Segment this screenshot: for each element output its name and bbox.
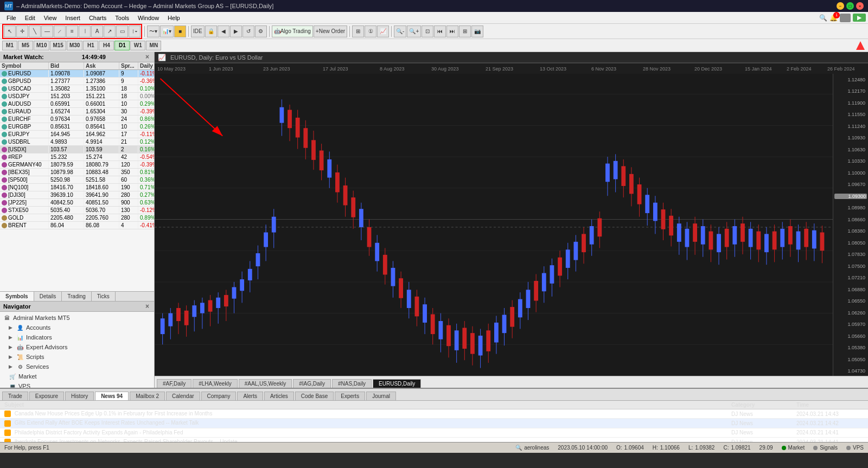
market-watch-row[interactable]: GERMANY40 18079.59 18080.79 120 -0.39% <box>0 161 154 169</box>
chart-type-tool[interactable]: 📊▾ <box>160 25 174 37</box>
footer-tab-calendar[interactable]: Calendar <box>166 392 200 400</box>
nav-item-scripts[interactable]: ▶ 📜 Scripts <box>1 352 153 362</box>
mw-tab-symbols[interactable]: Symbols <box>0 292 34 301</box>
menu-window[interactable]: Window <box>133 14 163 22</box>
chart-tab-eurusd[interactable]: EURUSD,Daily <box>373 379 421 388</box>
close-button[interactable]: × <box>856 2 864 10</box>
footer-tab-experts[interactable]: Experts <box>335 392 365 400</box>
depth-btn[interactable]: ⊞ <box>352 25 364 37</box>
market-watch-row[interactable]: GBPUSD 1.27377 1.27386 9 -0.36% <box>0 78 154 85</box>
news-row[interactable]: Gilts Extend Rally After BOE Keeps Inter… <box>0 419 868 428</box>
nav-item-vps[interactable]: 💻 VPS <box>1 381 153 388</box>
menu-file[interactable]: File <box>2 14 21 22</box>
zoom-in-btn[interactable]: 🔍+ <box>407 25 421 37</box>
market-watch-row[interactable]: [SP500] 5250.98 5251.58 60 0.36% <box>0 176 154 184</box>
connect-button[interactable]: ▶ <box>853 14 866 22</box>
mw-tab-ticks[interactable]: Ticks <box>92 292 116 301</box>
footer-tab-alerts[interactable]: Alerts <box>237 392 263 400</box>
forward-btn[interactable]: ▶ <box>230 25 242 37</box>
market-watch-row[interactable]: EURGBP 0.85631 0.85641 10 0.26% <box>0 123 154 131</box>
tf-h1[interactable]: H1 <box>83 41 98 50</box>
news-row[interactable]: Philadelphia District Factory Activity E… <box>0 428 868 437</box>
chart-tab-iag[interactable]: #IAG,Daily <box>293 379 331 388</box>
screenshot-btn[interactable]: 📷 <box>471 25 483 37</box>
ide-btn[interactable]: IDE <box>191 25 205 37</box>
nav-item-admiral[interactable]: 🏛 Admiral Markets MT5 <box>1 313 153 323</box>
footer-tab-journal[interactable]: Journal <box>366 392 396 400</box>
nav-item-services[interactable]: ▶ ⚙ Services <box>1 362 153 371</box>
tf-h4[interactable]: H4 <box>99 41 114 50</box>
rect-tool[interactable]: ▭ <box>116 25 128 37</box>
strategy-btn[interactable]: 📈 <box>377 25 389 37</box>
nav-item-market[interactable]: 🛒 Market <box>1 371 153 381</box>
footer-tab-exposure[interactable]: Exposure <box>29 392 64 400</box>
news-row[interactable]: Iberdrola Focuses Investments on Network… <box>0 438 868 442</box>
back-btn[interactable]: ◀ <box>218 25 229 37</box>
line-tool[interactable]: ╲ <box>29 25 41 37</box>
market-watch-row[interactable]: EURJPY 164.945 164.962 17 -0.11% <box>0 131 154 138</box>
market-watch-row[interactable]: EURCHF 0.97634 0.97658 24 0.86% <box>0 116 154 123</box>
market-watch-row[interactable]: [USDX] 103.57 103.59 2 0.16% <box>0 146 154 153</box>
nav-item-indicators[interactable]: ▶ 📊 Indicators <box>1 332 153 342</box>
market-watch-row[interactable]: USDBRL 4.9893 4.9914 21 0.12% <box>0 138 154 146</box>
market-watch-row[interactable]: STXE50 5035.40 5036.70 130 -0.12% <box>0 207 154 214</box>
tf-d1[interactable]: D1 <box>114 41 130 50</box>
nav-item-accounts[interactable]: ▶ 👤 Accounts <box>1 323 153 332</box>
zoom-out-btn[interactable]: 🔍- <box>394 25 406 37</box>
tf-m5[interactable]: M5 <box>18 41 33 50</box>
wave-tool[interactable]: 〜▾ <box>147 25 159 37</box>
market-watch-row[interactable]: EURUSD 1.09078 1.09087 9 -0.11% <box>0 70 154 78</box>
tf-m1[interactable]: M1 <box>2 41 17 50</box>
scroll-left-btn[interactable]: ⏮ <box>434 25 446 37</box>
news-row[interactable]: Canada New House Prices Edge Up 0.1% in … <box>0 409 868 419</box>
cursor-tool[interactable]: ↖ <box>4 25 16 37</box>
fit-btn[interactable]: ⊡ <box>422 25 433 37</box>
footer-tab-news[interactable]: News 94 <box>95 392 129 400</box>
market-watch-row[interactable]: USDCAD 1.35082 1.35100 18 0.10% <box>0 85 154 93</box>
market-watch-row[interactable]: [IBEX35] 10879.98 10883.48 350 0.81% <box>0 169 154 176</box>
market-watch-row[interactable]: AUDUSD 0.65991 0.66001 10 0.29% <box>0 100 154 108</box>
scroll-right-btn[interactable]: ⏭ <box>446 25 458 37</box>
tf-mn[interactable]: MN <box>146 41 161 50</box>
market-watch-row[interactable]: [DJI30] 39639.10 39641.90 280 0.27% <box>0 191 154 199</box>
chart-body[interactable]: 1.12790 1.12480 1.12170 1.11900 1.11550 … <box>155 63 868 376</box>
footer-tab-history[interactable]: History <box>65 392 94 400</box>
footer-tab-company[interactable]: Company <box>201 392 237 400</box>
menu-charts[interactable]: Charts <box>85 14 111 22</box>
channel-tool[interactable]: ≡ <box>66 25 78 37</box>
nav-item-expert-advisors[interactable]: ▶ 🤖 Expert Advisors <box>1 342 153 352</box>
market-watch-row[interactable]: EURAUD 1.65274 1.65304 30 -0.39% <box>0 108 154 116</box>
new-order-btn[interactable]: + New Order <box>314 25 347 37</box>
oneclick-btn[interactable]: ① <box>365 25 376 37</box>
minimize-button[interactable]: − <box>837 2 844 10</box>
tf-m10[interactable]: M10 <box>34 41 49 50</box>
algo-trading-btn[interactable]: 🤖 Algo Trading <box>272 25 313 37</box>
footer-tab-codebase[interactable]: Code Base <box>295 392 334 400</box>
chart-tab-af[interactable]: #AF,Daily <box>157 379 192 388</box>
mw-tab-details[interactable]: Details <box>34 292 62 301</box>
tf-w1[interactable]: W1 <box>130 41 145 50</box>
maximize-button[interactable]: □ <box>846 2 854 10</box>
chart-tab-aal[interactable]: #AAL,US,Weekly <box>239 379 292 388</box>
market-watch-row[interactable]: #REP 15.232 15.274 42 -0.54% <box>0 153 154 161</box>
menu-view[interactable]: View <box>40 14 61 22</box>
tf-m30[interactable]: M30 <box>67 41 82 50</box>
market-watch-row[interactable]: [NQ100] 18416.70 18418.60 190 0.71% <box>0 184 154 191</box>
market-watch-row[interactable]: [JP225] 40842.50 40851.50 900 0.63% <box>0 199 154 207</box>
bar-btn[interactable]: ⊞ <box>459 25 471 37</box>
more-tools[interactable]: ⫶▾ <box>129 25 141 37</box>
tf-m15[interactable]: M15 <box>50 41 66 50</box>
hline-tool[interactable]: — <box>41 25 53 37</box>
menu-tools[interactable]: Tools <box>111 14 133 22</box>
navigator-close[interactable]: × <box>144 303 151 310</box>
market-watch-row[interactable]: USDJPY 151.203 151.221 18 0.00% <box>0 93 154 100</box>
text-tool[interactable]: A <box>91 25 103 37</box>
footer-tab-mailbox[interactable]: Mailbox 2 <box>130 392 165 400</box>
menu-edit[interactable]: Edit <box>21 14 40 22</box>
footer-tab-trade[interactable]: Trade <box>2 392 28 400</box>
footer-tab-articles[interactable]: Articles <box>264 392 294 400</box>
refresh-btn[interactable]: ↺ <box>242 25 254 37</box>
chart-canvas[interactable] <box>155 63 833 376</box>
crosshair-tool[interactable]: ✛ <box>16 25 28 37</box>
chart-tab-lha[interactable]: #LHA,Weekly <box>193 379 237 388</box>
